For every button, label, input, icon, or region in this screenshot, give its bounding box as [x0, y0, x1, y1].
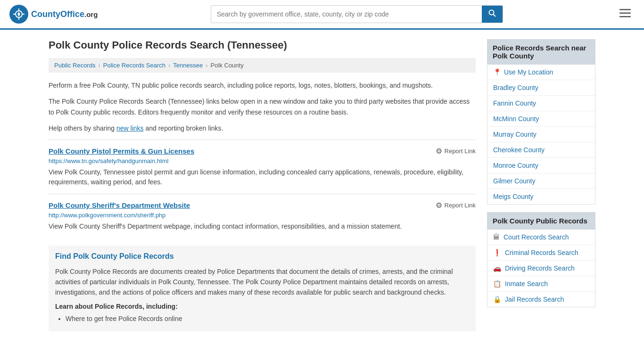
public-record-item[interactable]: ❗ Criminal Records Search [487, 245, 595, 261]
report-link-button[interactable]: ⚙ Report Link [436, 147, 476, 156]
public-record-icon: 🏛 [493, 233, 500, 241]
breadcrumb: Public Records › Police Records Search ›… [49, 58, 476, 73]
record-card-title[interactable]: Polk County Sheriff's Department Website [49, 201, 190, 209]
report-link-icon: ⚙ [436, 147, 442, 156]
public-records-items: 🏛 Court Records Search ❗ Criminal Record… [487, 230, 595, 307]
nearby-section: Police Records Search near Polk County 📍… [487, 39, 595, 205]
nearby-county-link[interactable]: Meigs County [493, 193, 534, 200]
record-card-header: Polk County Sheriff's Department Website… [49, 201, 476, 210]
record-card: Polk County Pistol Permits & Gun License… [49, 140, 476, 194]
nearby-county-item[interactable]: Cherokee County [487, 142, 595, 158]
public-records-section: Polk County Public Records 🏛 Court Recor… [487, 212, 595, 307]
breadcrumb-sep-3: › [206, 62, 207, 69]
find-section-text: Polk County Police Records are documents… [55, 266, 469, 298]
breadcrumb-sep-2: › [168, 62, 170, 69]
svg-rect-9 [619, 9, 631, 10]
nearby-county-item[interactable]: McMinn County [487, 111, 595, 127]
nearby-county-item[interactable]: Bradley County [487, 80, 595, 96]
svg-line-8 [493, 15, 495, 17]
record-card: Polk County Sheriff's Department Website… [49, 194, 476, 238]
public-record-item[interactable]: 🏛 Court Records Search [487, 230, 595, 245]
description-3: Help others by sharing new links and rep… [49, 123, 476, 133]
page-title: Polk County Police Records Search (Tenne… [49, 39, 476, 51]
public-record-icon: 🚗 [493, 264, 501, 272]
nearby-county-item[interactable]: Gilmer County [487, 173, 595, 189]
record-card-header: Polk County Pistol Permits & Gun License… [49, 147, 476, 156]
sidebar: Police Records Search near Polk County 📍… [487, 39, 595, 338]
nearby-county-link[interactable]: Cherokee County [493, 146, 545, 154]
nearby-county-link[interactable]: Bradley County [493, 84, 538, 91]
report-link-label: Report Link [445, 202, 476, 209]
breadcrumb-polk-county: Polk County [211, 62, 244, 69]
record-card-url[interactable]: http://www.polkgovernment.com/sheriff.ph… [49, 212, 476, 219]
public-records-list: 🏛 Court Records Search ❗ Criminal Record… [487, 230, 595, 307]
public-record-icon: 📋 [493, 280, 501, 288]
public-record-icon: ❗ [493, 249, 501, 256]
nearby-county-item[interactable]: Fannin County [487, 96, 595, 111]
site-header: CountyOffice.org [0, 0, 644, 30]
record-card-url[interactable]: https://www.tn.gov/safety/handgunmain.ht… [49, 157, 476, 165]
description-2: The Polk County Police Records Search (T… [49, 96, 476, 117]
use-my-location-item[interactable]: 📍 Use My Location [487, 65, 595, 80]
public-record-item[interactable]: 🔒 Jail Records Search [487, 292, 595, 307]
breadcrumb-sep-1: › [98, 62, 100, 69]
learn-list: Where to get free Police Records online [55, 313, 469, 325]
report-link-label: Report Link [445, 148, 476, 155]
search-bar[interactable] [211, 5, 503, 23]
public-record-link[interactable]: Criminal Records Search [505, 249, 578, 256]
logo-text: CountyOffice.org [31, 9, 98, 19]
public-record-item[interactable]: 📋 Inmate Search [487, 276, 595, 292]
breadcrumb-public-records[interactable]: Public Records [54, 62, 95, 69]
content-area: Polk County Police Records Search (Tenne… [49, 39, 476, 338]
find-section: Find Polk County Police Records Polk Cou… [49, 246, 476, 331]
learn-title: Learn about Police Records, including: [55, 303, 469, 310]
main-container: Polk County Police Records Search (Tenne… [39, 30, 605, 347]
description-3-suffix: and reporting broken links. [144, 124, 223, 132]
use-my-location-link[interactable]: Use My Location [504, 68, 553, 76]
nearby-county-link[interactable]: Murray County [493, 131, 537, 138]
nearby-county-item[interactable]: Meigs County [487, 189, 595, 204]
public-record-link[interactable]: Court Records Search [504, 233, 569, 241]
learn-list-item: Where to get free Police Records online [66, 313, 469, 325]
report-link-icon: ⚙ [436, 201, 442, 210]
public-record-item[interactable]: 🚗 Driving Records Search [487, 261, 595, 276]
nearby-title: Police Records Search near Polk County [487, 39, 595, 65]
pin-icon: 📍 [493, 68, 501, 76]
menu-button[interactable] [616, 6, 635, 22]
public-record-link[interactable]: Driving Records Search [505, 264, 575, 272]
description-1: Perform a free Polk County, TN public po… [49, 80, 476, 90]
svg-rect-10 [619, 13, 631, 14]
nearby-county-link[interactable]: Monroe County [493, 162, 538, 169]
nearby-county-item[interactable]: Murray County [487, 127, 595, 142]
description-3-prefix: Help others by sharing [49, 124, 116, 132]
search-input[interactable] [211, 7, 482, 22]
record-card-desc: View Polk County Sheriff's Department we… [49, 222, 476, 231]
public-record-icon: 🔒 [493, 296, 501, 303]
public-record-link[interactable]: Jail Records Search [505, 296, 564, 303]
breadcrumb-tennessee[interactable]: Tennessee [173, 62, 203, 69]
nearby-county-item[interactable]: Monroe County [487, 158, 595, 173]
nearby-county-link[interactable]: McMinn County [493, 115, 539, 123]
logo-icon [9, 5, 28, 24]
record-card-desc: View Polk County, Tennessee pistol permi… [49, 167, 476, 187]
nearby-list: 📍 Use My Location Bradley CountyFannin C… [487, 65, 595, 205]
svg-rect-11 [619, 16, 631, 17]
svg-point-7 [489, 10, 494, 15]
record-cards: Polk County Pistol Permits & Gun License… [49, 140, 476, 238]
public-record-link[interactable]: Inmate Search [505, 280, 548, 288]
nearby-counties: Bradley CountyFannin CountyMcMinn County… [487, 80, 595, 204]
public-records-title: Polk County Public Records [487, 212, 595, 230]
report-link-button[interactable]: ⚙ Report Link [436, 201, 476, 210]
record-card-title[interactable]: Polk County Pistol Permits & Gun License… [49, 147, 194, 155]
logo[interactable]: CountyOffice.org [9, 5, 98, 24]
breadcrumb-police-records-search[interactable]: Police Records Search [103, 62, 165, 69]
find-section-title: Find Polk County Police Records [55, 252, 469, 261]
nearby-county-link[interactable]: Gilmer County [493, 177, 535, 185]
new-links-link[interactable]: new links [116, 124, 144, 132]
nearby-county-link[interactable]: Fannin County [493, 99, 536, 107]
search-button[interactable] [482, 6, 503, 23]
